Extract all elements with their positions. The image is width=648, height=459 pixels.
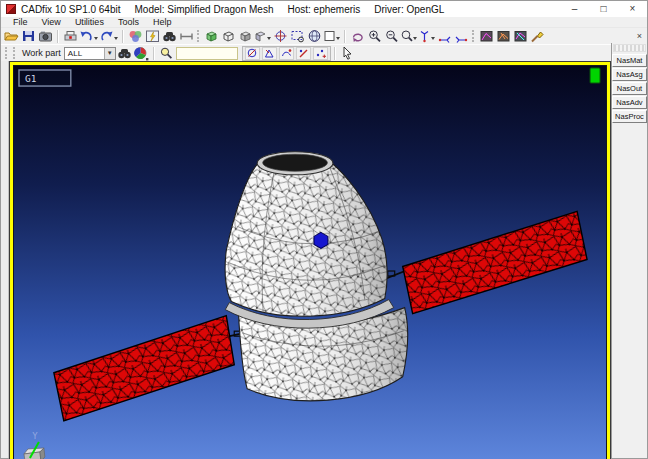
view-cube-menu-button[interactable] <box>254 29 272 44</box>
check-mesh-2-button[interactable] <box>495 29 512 44</box>
cadfix-window: CADfix 10 SP1.0 64bit Model: Simplified … <box>0 0 648 459</box>
shade-rgb-button[interactable] <box>133 46 150 61</box>
open-file-button[interactable] <box>3 29 20 44</box>
nasmat-button[interactable]: NasMat <box>612 54 647 67</box>
selection-box-icon <box>290 29 305 43</box>
menu-view[interactable]: View <box>35 17 68 27</box>
nasout-button[interactable]: NasOut <box>612 82 647 95</box>
rotate-view-button[interactable] <box>349 29 366 44</box>
work-part-label: Work part <box>22 48 61 58</box>
paintbrush-icon <box>530 29 545 43</box>
palette-icon <box>128 29 143 43</box>
zoom-out-button[interactable] <box>383 29 400 44</box>
host-label: Host: ephemeris <box>287 4 360 15</box>
menu-utilities[interactable]: Utilities <box>68 17 111 27</box>
work-part-select[interactable]: ALL ▼ <box>64 47 116 60</box>
menu-tools[interactable]: Tools <box>111 17 146 27</box>
panel-grip[interactable] <box>613 44 646 52</box>
find-part-button[interactable] <box>116 46 133 61</box>
print-button[interactable] <box>62 29 79 44</box>
status-indicator <box>590 68 600 83</box>
rotate-arrow-icon <box>350 29 365 43</box>
filter-lines-toggle[interactable] <box>296 47 311 60</box>
work-part-toolbar: Work part ALL ▼ <box>1 44 611 61</box>
viewport-3d-scene[interactable]: G1 Y <box>14 66 606 459</box>
zoom-window-button[interactable] <box>289 29 306 44</box>
open-folder-icon <box>4 29 19 43</box>
y-axis-label: Y <box>32 431 38 441</box>
filter-wires-icon <box>263 47 276 59</box>
right-button-panel: NasMat NasAsg NasOut NasAdv NasProc <box>611 43 647 458</box>
camera-icon <box>38 29 53 43</box>
work-part-caret[interactable]: ▼ <box>104 48 115 59</box>
filter-edges-toggle[interactable] <box>279 47 294 60</box>
zoom-in-button[interactable] <box>366 29 383 44</box>
axis-tree-icon <box>418 29 431 43</box>
axis-right-icon <box>454 29 469 43</box>
snapshot-button[interactable] <box>37 29 54 44</box>
floppy-icon <box>21 29 36 43</box>
toolbar-close-button[interactable]: × <box>637 31 642 41</box>
model-label: Model: Simplified Dragon Mesh <box>135 4 274 15</box>
close-button[interactable]: × <box>618 1 647 17</box>
maximize-button[interactable]: □ <box>589 1 618 17</box>
entity-filter-group <box>242 46 331 61</box>
filter-surfaces-icon <box>246 47 259 59</box>
undo-button[interactable] <box>79 29 99 44</box>
check-mesh-1-button[interactable] <box>478 29 495 44</box>
background-dropdown-icon <box>336 37 340 40</box>
globe-view-button[interactable] <box>306 29 323 44</box>
zoom-in-icon <box>367 29 382 43</box>
menu-help[interactable]: Help <box>146 17 179 27</box>
measure-button[interactable] <box>178 29 195 44</box>
background-square-icon <box>323 29 336 43</box>
globe-icon <box>307 29 322 43</box>
find-button[interactable] <box>161 29 178 44</box>
menu-file[interactable]: File <box>6 17 35 27</box>
main-toolbar: × <box>1 28 647 44</box>
zoom-out-icon <box>384 29 399 43</box>
search-magnifier-icon <box>159 46 174 60</box>
view-cube-shaded-button[interactable] <box>237 29 254 44</box>
axis-main-button[interactable] <box>418 29 436 44</box>
viewport-inner-border: G1 Y <box>13 65 607 459</box>
filter-surfaces-toggle[interactable] <box>245 47 260 60</box>
mesh-check-1-icon <box>479 29 494 43</box>
background-select-button[interactable] <box>323 29 341 44</box>
view-cube-wireframe-button[interactable] <box>220 29 237 44</box>
filter-points-toggle[interactable] <box>313 47 328 60</box>
save-button[interactable] <box>20 29 37 44</box>
filter-points-icon <box>314 47 327 59</box>
app-title: CADfix 10 SP1.0 64bit <box>21 4 121 15</box>
zoom-menu-button[interactable] <box>400 29 418 44</box>
nasasg-button[interactable]: NasAsg <box>612 68 647 81</box>
search-button[interactable] <box>158 46 175 61</box>
menu-bar: File View Utilities Tools Help <box>1 17 647 28</box>
binoculars-small-icon <box>117 46 132 60</box>
viewport-frame: G1 Y <box>9 61 611 459</box>
paint-entities-button[interactable] <box>529 29 546 44</box>
filter-wires-toggle[interactable] <box>262 47 277 60</box>
select-cursor-button[interactable] <box>339 46 356 61</box>
center-view-button[interactable] <box>272 29 289 44</box>
axis-alt-1-button[interactable] <box>436 29 453 44</box>
check-mesh-3-button[interactable] <box>512 29 529 44</box>
axis-dropdown-icon <box>431 37 435 40</box>
cube-menu-dropdown-icon <box>267 37 271 40</box>
search-input[interactable] <box>176 47 238 60</box>
view-cube-shaded-green-button[interactable] <box>203 29 220 44</box>
green-cube-icon <box>204 29 219 43</box>
redo-button[interactable] <box>99 29 119 44</box>
nasproc-button[interactable]: NasProc <box>612 110 647 123</box>
axis-alt-2-button[interactable] <box>453 29 470 44</box>
minimize-button[interactable]: – <box>560 1 589 17</box>
palette-button[interactable] <box>127 29 144 44</box>
center-target-icon <box>273 29 288 43</box>
axis-left-icon <box>437 29 452 43</box>
nasadv-button[interactable]: NasAdv <box>612 96 647 109</box>
lightning-window-icon <box>145 29 160 43</box>
redo-dropdown-icon <box>114 37 118 40</box>
flash-window-button[interactable] <box>144 29 161 44</box>
vertex-marker[interactable] <box>314 232 328 248</box>
work-part-value: ALL <box>65 49 104 58</box>
